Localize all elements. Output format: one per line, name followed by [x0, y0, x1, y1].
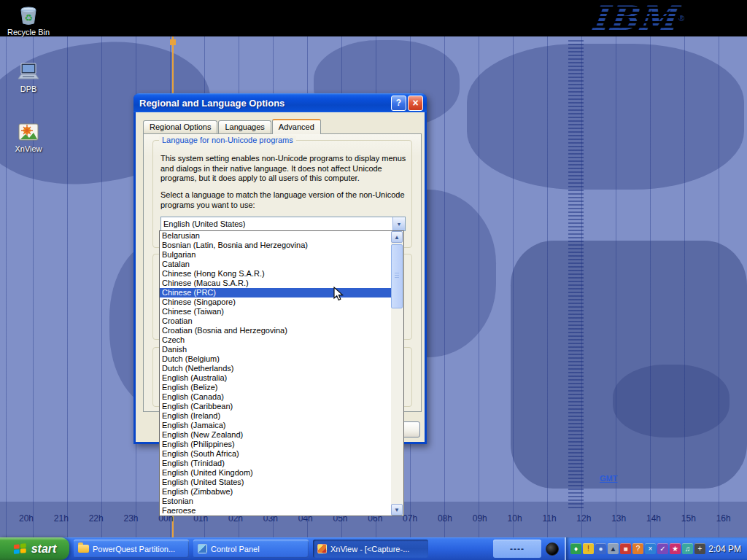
desktop-icon-label: XnView	[5, 144, 52, 153]
groupbox-title: Language for non-Unicode programs	[159, 136, 296, 144]
scrollbar-thumb[interactable]	[391, 244, 403, 308]
language-list-item[interactable]: Chinese (PRC)	[160, 288, 391, 298]
language-list-item[interactable]: English (Zimbabwe)	[160, 487, 391, 497]
gmt-label: GMT	[600, 474, 617, 483]
language-list-item[interactable]: English (United States)	[160, 478, 391, 487]
current-timezone-marker	[170, 39, 176, 45]
close-button[interactable]: ×	[408, 96, 423, 111]
hour-label: 16h	[716, 513, 731, 524]
tray-icon-2[interactable]: !	[583, 543, 594, 554]
taskbar-task-control-panel[interactable]: Control Panel	[193, 540, 309, 558]
taskbar-task-xnview[interactable]: XnView - [<Capture-...	[313, 540, 428, 558]
groupbox-description: This system setting enables non-Unicode …	[160, 154, 410, 184]
language-list-item[interactable]: Faeroese	[160, 506, 391, 516]
taskbar-task-powerquest[interactable]: PowerQuest Partition...	[74, 540, 189, 558]
combobox-value: English (United States)	[161, 219, 392, 228]
hour-label: 21h	[54, 513, 69, 524]
language-list-item[interactable]: Croatian	[160, 316, 391, 326]
language-list-item[interactable]: Czech	[160, 335, 391, 345]
language-list-item[interactable]: Estonian	[160, 497, 391, 506]
language-list-item[interactable]: English (Canada)	[160, 392, 391, 402]
tray-icon-3[interactable]: ●	[595, 543, 606, 554]
tab-languages[interactable]: Languages	[218, 120, 271, 133]
desktop-icon-label: DPB	[5, 85, 52, 93]
language-list-item[interactable]: English (Ireland)	[160, 411, 391, 421]
language-dropdown-list: BelarusianBosnian (Latin, Bosnia and Her…	[159, 230, 404, 516]
hour-label: 11h	[542, 513, 556, 524]
language-list-item[interactable]: English (New Zealand)	[160, 430, 391, 440]
dialog-title: Regional and Language Options	[139, 98, 390, 109]
combobox-dropdown-arrow-icon[interactable]: ▼	[392, 217, 405, 230]
xnview-icon	[317, 544, 327, 553]
start-button[interactable]: start	[0, 537, 69, 560]
help-button[interactable]: ?	[391, 96, 406, 111]
svg-text:♻: ♻	[24, 12, 33, 23]
hour-label: 22h	[89, 513, 104, 524]
date-line-hatching	[568, 40, 584, 510]
language-list-item[interactable]: Bosnian (Latin, Bosnia and Herzegovina)	[160, 241, 391, 250]
task-label: Control Panel	[211, 545, 260, 553]
language-list-item[interactable]: English (Australia)	[160, 373, 391, 383]
scroll-up-icon[interactable]: ▲	[391, 231, 403, 243]
laptop-icon	[5, 58, 52, 83]
ibm-logo: IBM ®	[592, 0, 684, 36]
desktop-icon-xnview[interactable]: XnView	[5, 118, 52, 153]
language-list-item[interactable]: Belarusian	[160, 231, 391, 241]
tray-icon-11[interactable]: +	[694, 543, 705, 554]
start-button-label: start	[31, 542, 57, 556]
language-list-item[interactable]: English (Belize)	[160, 383, 391, 392]
language-list-item[interactable]: Catalan	[160, 260, 391, 269]
language-list-item[interactable]: English (Jamaica)	[160, 421, 391, 430]
tray-icon-1[interactable]: ♦	[570, 543, 581, 554]
hour-label: 12h	[576, 513, 591, 524]
language-list-item[interactable]: Danish	[160, 345, 391, 354]
tab-advanced[interactable]: Advanced	[272, 119, 321, 134]
tab-regional-options[interactable]: Regional Options	[143, 120, 217, 133]
tray-icon-9[interactable]: ★	[670, 543, 681, 554]
task-label: XnView - [<Capture-...	[330, 545, 409, 553]
windows-flag-icon	[13, 542, 28, 555]
tray-icon-6[interactable]: ?	[632, 543, 643, 554]
hour-label: 20h	[19, 513, 34, 524]
tray-icon-8[interactable]: ✓	[657, 543, 668, 554]
hour-label: 09h	[473, 513, 487, 524]
language-list-item[interactable]: English (South Africa)	[160, 449, 391, 459]
language-list-item[interactable]: English (Philippines)	[160, 440, 391, 449]
tray-icon-7[interactable]: ×	[645, 543, 656, 554]
taskbar-toolbar[interactable]: ----	[493, 540, 541, 558]
mouse-cursor	[333, 287, 344, 305]
language-list-item[interactable]: Bulgarian	[160, 250, 391, 260]
tray-icon-4[interactable]: ▲	[608, 543, 619, 554]
taskbar-record-icon[interactable]	[546, 542, 559, 556]
groupbox-instruction: Select a language to match the language …	[160, 190, 410, 210]
language-list-item[interactable]: Croatian (Bosnia and Herzegovina)	[160, 326, 391, 335]
language-list-item[interactable]: Chinese (Hong Kong S.A.R.)	[160, 269, 391, 279]
taskbar-clock[interactable]: 2:04 PM	[708, 544, 741, 554]
scroll-down-icon[interactable]: ▼	[391, 504, 403, 516]
hour-label: 08h	[438, 513, 452, 524]
recycle-bin-icon: ♻	[5, 1, 52, 26]
hour-label: 13h	[611, 513, 626, 524]
tray-icon-5[interactable]: ■	[620, 543, 631, 554]
ibm-logo-stripes	[587, 4, 681, 32]
language-list-item[interactable]: Dutch (Netherlands)	[160, 364, 391, 373]
language-list-item[interactable]: Dutch (Belgium)	[160, 354, 391, 364]
dropdown-scrollbar[interactable]: ▲ ▼	[391, 231, 403, 516]
language-list-item[interactable]: Chinese (Singapore)	[160, 298, 391, 307]
desktop-icon-recycle-bin[interactable]: ♻ Recycle Bin	[5, 1, 52, 36]
language-combobox[interactable]: English (United States) ▼	[160, 217, 406, 231]
system-tray: ♦!●▲■?×✓★♫+ 2:04 PM	[565, 537, 747, 560]
desktop-icon-dpb[interactable]: DPB	[5, 58, 52, 93]
dialog-titlebar[interactable]: Regional and Language Options ? ×	[133, 93, 427, 112]
language-list-item[interactable]: Chinese (Taiwan)	[160, 307, 391, 316]
language-list-item[interactable]: Chinese (Macau S.A.R.)	[160, 279, 391, 288]
taskbar: start PowerQuest Partition... Control Pa…	[0, 537, 747, 560]
task-label: PowerQuest Partition...	[93, 545, 175, 553]
hour-label: 07h	[403, 513, 417, 524]
language-list-item[interactable]: English (United Kingdom)	[160, 468, 391, 478]
language-list-item[interactable]: English (Caribbean)	[160, 402, 391, 411]
hour-label: 15h	[681, 513, 696, 524]
tray-icon-10[interactable]: ♫	[682, 543, 693, 554]
xnview-icon	[5, 118, 52, 143]
language-list-item[interactable]: English (Trinidad)	[160, 459, 391, 468]
